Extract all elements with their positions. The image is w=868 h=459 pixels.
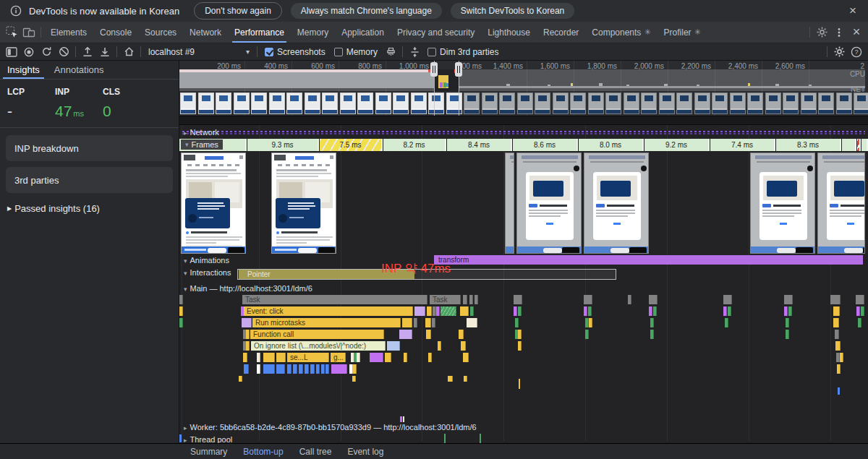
tab-memory[interactable]: Memory [291,22,335,43]
flame-segment[interactable] [858,318,861,327]
flame-segment[interactable] [788,306,792,316]
flame-segment[interactable] [650,330,654,339]
flame-segment[interactable]: Event: click [244,306,413,316]
flame-segment[interactable] [243,353,247,362]
flame-segment[interactable]: Run microtasks [252,318,401,327]
flame-segment[interactable] [585,330,589,339]
tab-insights[interactable]: Insights [0,61,47,79]
bottom-tab-summary[interactable]: Summary [182,444,235,459]
tab-application[interactable]: Application [335,22,391,43]
flame-segment[interactable] [448,376,453,382]
flame-segment[interactable]: g... [331,353,346,362]
flame-segment[interactable] [518,341,522,351]
window-right-handle[interactable] [455,62,462,77]
flame-segment[interactable] [276,364,285,374]
bottom-tab-bottom-up[interactable]: Bottom-up [235,444,291,459]
tab-privacy-and-security[interactable]: Privacy and security [391,22,481,43]
flame-segment[interactable] [584,295,592,304]
flame-segment[interactable] [179,318,183,327]
screenshot-thumbnail[interactable] [817,153,865,254]
flame-segment[interactable] [460,306,469,316]
flame-segment[interactable] [728,306,731,316]
worker-track-header[interactable]: ▸Worker: 5bb6ca58-b2de-4c89-87b0-bb1570a… [184,423,477,432]
flame-segment[interactable] [293,364,297,374]
filmstrip-thumbnail[interactable] [517,93,533,114]
settings-icon[interactable] [813,25,830,40]
flame-segment[interactable] [653,306,657,316]
filmstrip-thumbnail[interactable] [499,93,515,114]
flame-segment[interactable] [588,306,592,316]
screenshots-checkbox[interactable]: Screenshots [265,47,326,57]
filmstrip-thumbnail[interactable] [411,93,427,114]
filmstrip-thumbnail[interactable] [765,93,781,114]
flame-segment[interactable] [861,306,864,316]
memory-checkbox[interactable]: Memory [334,47,378,57]
flame-segment[interactable] [276,353,286,362]
flame-segment[interactable] [353,364,357,374]
flame-segment[interactable] [427,306,432,316]
screenshot-thumbnail[interactable] [271,153,336,254]
flame-segment[interactable] [239,376,242,382]
flame-segment[interactable] [438,341,441,351]
clear-recording-icon[interactable] [55,44,72,60]
frame-cell[interactable]: 8.4 ms [447,139,512,151]
bottom-tab-event-log[interactable]: Event log [339,444,391,459]
flame-segment[interactable] [246,330,250,339]
flame-segment[interactable] [436,306,440,316]
filmstrip-thumbnail[interactable] [854,93,868,114]
flame-segment[interactable] [459,330,464,339]
filmstrip-thumbnail[interactable] [712,93,728,114]
flame-segment[interactable] [414,306,425,316]
filmstrip-thumbnail[interactable] [216,93,231,114]
filmstrip-thumbnail[interactable] [801,93,817,114]
frame-cell[interactable] [842,139,856,151]
flame-segment[interactable] [725,318,728,327]
flame-segment[interactable]: Task [430,295,461,304]
flame-segment[interactable] [515,318,519,327]
flame-segment[interactable] [426,330,431,339]
tab-lighthouse[interactable]: Lighthouse [481,22,537,43]
flame-segment[interactable] [316,364,320,374]
flame-segment[interactable] [518,306,522,316]
flame-segment[interactable] [299,364,303,374]
flame-segment[interactable] [833,306,840,316]
screenshot-thumbnail[interactable] [584,153,649,254]
flame-segment[interactable] [723,306,727,316]
network-track-header[interactable]: ▸Network [184,128,219,137]
flame-segment[interactable] [425,318,431,327]
filmstrip-thumbnail[interactable] [570,93,586,114]
flame-segment[interactable] [650,318,654,327]
filmstrip-thumbnail[interactable] [340,93,356,114]
tab-network[interactable]: Network [183,22,228,43]
flame-segment[interactable] [518,330,522,339]
frame-cell[interactable]: 7.5 ms [320,139,383,151]
record-and-reload-icon[interactable] [38,44,55,60]
flame-segment[interactable] [784,306,788,316]
tab-elements[interactable]: Elements [44,22,93,43]
more-options-icon[interactable] [830,25,848,40]
flame-segment[interactable] [257,353,260,362]
flame-segment[interactable] [786,318,789,327]
flame-segment[interactable] [331,364,347,374]
interactions-track-header[interactable]: ▾Interactions [184,268,231,277]
filmstrip-thumbnail[interactable] [286,93,302,114]
flame-segment[interactable] [467,318,477,327]
capture-settings-icon[interactable] [830,44,848,60]
frame-cell[interactable]: 8.3 ms [776,139,841,151]
flame-segment[interactable] [414,318,417,327]
filmstrip-thumbnail[interactable] [818,93,834,114]
flame-segment[interactable] [352,376,356,382]
flame-segment[interactable]: On ignore list (\...modules\/|^node:) [251,341,386,351]
flame-segment[interactable] [837,364,841,374]
screenshot-thumbnail[interactable] [750,153,815,254]
flame-segment[interactable] [649,295,658,304]
flame-segment[interactable] [830,295,841,304]
flame-segment[interactable] [402,318,412,327]
flame-segment[interactable] [856,306,860,316]
flame-segment[interactable] [464,376,467,382]
filmstrip-thumbnail[interactable] [251,93,267,114]
filmstrip-thumbnail[interactable] [482,93,498,114]
tab-components[interactable]: Components✳ [585,22,657,43]
flame-segment[interactable] [835,341,841,351]
flame-segment[interactable] [463,353,469,362]
